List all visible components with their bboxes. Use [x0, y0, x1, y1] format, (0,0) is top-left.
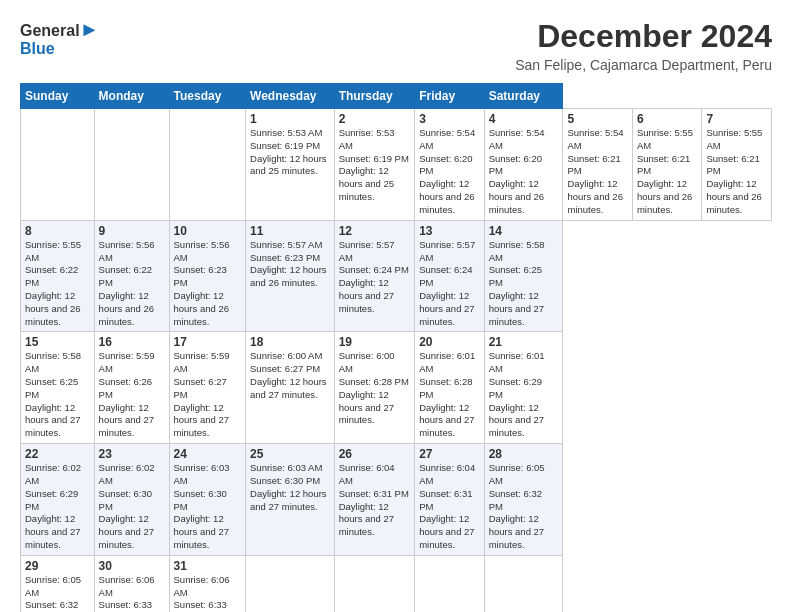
day-number: 19 [339, 335, 411, 349]
day-number: 17 [174, 335, 242, 349]
day-info: Sunrise: 6:04 AMSunset: 6:31 PMDaylight:… [339, 462, 411, 539]
day-info: Sunrise: 6:01 AMSunset: 6:28 PMDaylight:… [419, 350, 479, 440]
calendar-cell: 20Sunrise: 6:01 AMSunset: 6:28 PMDayligh… [415, 332, 484, 444]
calendar-cell: 21Sunrise: 6:01 AMSunset: 6:29 PMDayligh… [484, 332, 563, 444]
day-number: 9 [99, 224, 165, 238]
weekday-header-saturday: Saturday [484, 84, 563, 109]
calendar-week-4: 22Sunrise: 6:02 AMSunset: 6:29 PMDayligh… [21, 444, 772, 556]
day-info: Sunrise: 5:58 AMSunset: 6:25 PMDaylight:… [489, 239, 559, 329]
day-info: Sunrise: 5:54 AMSunset: 6:21 PMDaylight:… [567, 127, 627, 217]
day-number: 8 [25, 224, 90, 238]
calendar-cell: 16Sunrise: 5:59 AMSunset: 6:26 PMDayligh… [94, 332, 169, 444]
calendar-cell: 1Sunrise: 5:53 AMSunset: 6:19 PMDaylight… [246, 109, 335, 221]
day-info: Sunrise: 6:04 AMSunset: 6:31 PMDaylight:… [419, 462, 479, 552]
day-number: 16 [99, 335, 165, 349]
calendar-cell: 19Sunrise: 6:00 AMSunset: 6:28 PMDayligh… [334, 332, 415, 444]
day-info: Sunrise: 6:06 AMSunset: 6:33 PMDaylight:… [174, 574, 242, 612]
calendar-cell: 25Sunrise: 6:03 AMSunset: 6:30 PMDayligh… [246, 444, 335, 556]
day-number: 24 [174, 447, 242, 461]
day-info: Sunrise: 6:02 AMSunset: 6:29 PMDaylight:… [25, 462, 90, 552]
calendar-cell: 28Sunrise: 6:05 AMSunset: 6:32 PMDayligh… [484, 444, 563, 556]
main-title: December 2024 [515, 18, 772, 55]
day-info: Sunrise: 5:54 AMSunset: 6:20 PMDaylight:… [419, 127, 479, 217]
weekday-header-row: SundayMondayTuesdayWednesdayThursdayFrid… [21, 84, 772, 109]
day-number: 15 [25, 335, 90, 349]
calendar-cell: 5Sunrise: 5:54 AMSunset: 6:21 PMDaylight… [563, 109, 632, 221]
day-info: Sunrise: 5:54 AMSunset: 6:20 PMDaylight:… [489, 127, 559, 217]
calendar-cell: 31Sunrise: 6:06 AMSunset: 6:33 PMDayligh… [169, 555, 246, 612]
calendar-cell: 12Sunrise: 5:57 AMSunset: 6:24 PMDayligh… [334, 220, 415, 332]
day-number: 27 [419, 447, 479, 461]
day-info: Sunrise: 5:55 AMSunset: 6:22 PMDaylight:… [25, 239, 90, 329]
page: General► Blue December 2024 San Felipe, … [0, 0, 792, 612]
logo: General► Blue [20, 18, 99, 58]
calendar-cell [246, 555, 335, 612]
calendar-cell: 22Sunrise: 6:02 AMSunset: 6:29 PMDayligh… [21, 444, 95, 556]
calendar-cell: 27Sunrise: 6:04 AMSunset: 6:31 PMDayligh… [415, 444, 484, 556]
calendar-cell: 18Sunrise: 6:00 AMSunset: 6:27 PMDayligh… [246, 332, 335, 444]
weekday-header-wednesday: Wednesday [246, 84, 335, 109]
calendar-week-5: 29Sunrise: 6:05 AMSunset: 6:32 PMDayligh… [21, 555, 772, 612]
weekday-header-tuesday: Tuesday [169, 84, 246, 109]
day-number: 18 [250, 335, 330, 349]
calendar-cell: 4Sunrise: 5:54 AMSunset: 6:20 PMDaylight… [484, 109, 563, 221]
day-info: Sunrise: 5:59 AMSunset: 6:27 PMDaylight:… [174, 350, 242, 440]
calendar-cell [415, 555, 484, 612]
header: General► Blue December 2024 San Felipe, … [20, 18, 772, 73]
day-number: 30 [99, 559, 165, 573]
day-info: Sunrise: 5:56 AMSunset: 6:22 PMDaylight:… [99, 239, 165, 329]
day-info: Sunrise: 5:59 AMSunset: 6:26 PMDaylight:… [99, 350, 165, 440]
calendar-cell: 2Sunrise: 5:53 AMSunset: 6:19 PMDaylight… [334, 109, 415, 221]
day-number: 31 [174, 559, 242, 573]
day-info: Sunrise: 6:05 AMSunset: 6:32 PMDaylight:… [25, 574, 90, 612]
day-info: Sunrise: 5:56 AMSunset: 6:23 PMDaylight:… [174, 239, 242, 329]
day-number: 20 [419, 335, 479, 349]
calendar-table: SundayMondayTuesdayWednesdayThursdayFrid… [20, 83, 772, 612]
calendar-cell: 23Sunrise: 6:02 AMSunset: 6:30 PMDayligh… [94, 444, 169, 556]
day-number: 6 [637, 112, 697, 126]
calendar-cell [94, 109, 169, 221]
weekday-header-friday: Friday [415, 84, 484, 109]
calendar-cell: 17Sunrise: 5:59 AMSunset: 6:27 PMDayligh… [169, 332, 246, 444]
day-number: 25 [250, 447, 330, 461]
day-number: 11 [250, 224, 330, 238]
calendar-cell [169, 109, 246, 221]
day-info: Sunrise: 6:00 AMSunset: 6:27 PMDaylight:… [250, 350, 330, 401]
day-info: Sunrise: 5:57 AMSunset: 6:23 PMDaylight:… [250, 239, 330, 290]
title-area: December 2024 San Felipe, Cajamarca Depa… [515, 18, 772, 73]
day-info: Sunrise: 6:05 AMSunset: 6:32 PMDaylight:… [489, 462, 559, 552]
calendar-cell: 8Sunrise: 5:55 AMSunset: 6:22 PMDaylight… [21, 220, 95, 332]
calendar-cell: 10Sunrise: 5:56 AMSunset: 6:23 PMDayligh… [169, 220, 246, 332]
day-number: 1 [250, 112, 330, 126]
day-number: 12 [339, 224, 411, 238]
day-number: 7 [706, 112, 767, 126]
day-info: Sunrise: 6:02 AMSunset: 6:30 PMDaylight:… [99, 462, 165, 552]
day-info: Sunrise: 5:57 AMSunset: 6:24 PMDaylight:… [339, 239, 411, 316]
day-info: Sunrise: 5:53 AMSunset: 6:19 PMDaylight:… [250, 127, 330, 178]
subtitle: San Felipe, Cajamarca Department, Peru [515, 57, 772, 73]
calendar-cell: 6Sunrise: 5:55 AMSunset: 6:21 PMDaylight… [632, 109, 701, 221]
day-number: 3 [419, 112, 479, 126]
calendar-cell: 15Sunrise: 5:58 AMSunset: 6:25 PMDayligh… [21, 332, 95, 444]
day-number: 14 [489, 224, 559, 238]
logo-bird-icon: ► [80, 18, 100, 40]
calendar-cell [484, 555, 563, 612]
calendar-cell: 14Sunrise: 5:58 AMSunset: 6:25 PMDayligh… [484, 220, 563, 332]
day-number: 13 [419, 224, 479, 238]
weekday-header-sunday: Sunday [21, 84, 95, 109]
calendar-cell [334, 555, 415, 612]
calendar-week-3: 15Sunrise: 5:58 AMSunset: 6:25 PMDayligh… [21, 332, 772, 444]
calendar-cell: 13Sunrise: 5:57 AMSunset: 6:24 PMDayligh… [415, 220, 484, 332]
logo-blue: Blue [20, 40, 99, 58]
calendar-cell: 24Sunrise: 6:03 AMSunset: 6:30 PMDayligh… [169, 444, 246, 556]
logo-general: General [20, 22, 80, 39]
day-number: 2 [339, 112, 411, 126]
weekday-header-thursday: Thursday [334, 84, 415, 109]
day-number: 10 [174, 224, 242, 238]
day-number: 22 [25, 447, 90, 461]
day-info: Sunrise: 5:55 AMSunset: 6:21 PMDaylight:… [637, 127, 697, 217]
calendar-cell: 30Sunrise: 6:06 AMSunset: 6:33 PMDayligh… [94, 555, 169, 612]
day-number: 28 [489, 447, 559, 461]
day-info: Sunrise: 5:58 AMSunset: 6:25 PMDaylight:… [25, 350, 90, 440]
day-number: 23 [99, 447, 165, 461]
